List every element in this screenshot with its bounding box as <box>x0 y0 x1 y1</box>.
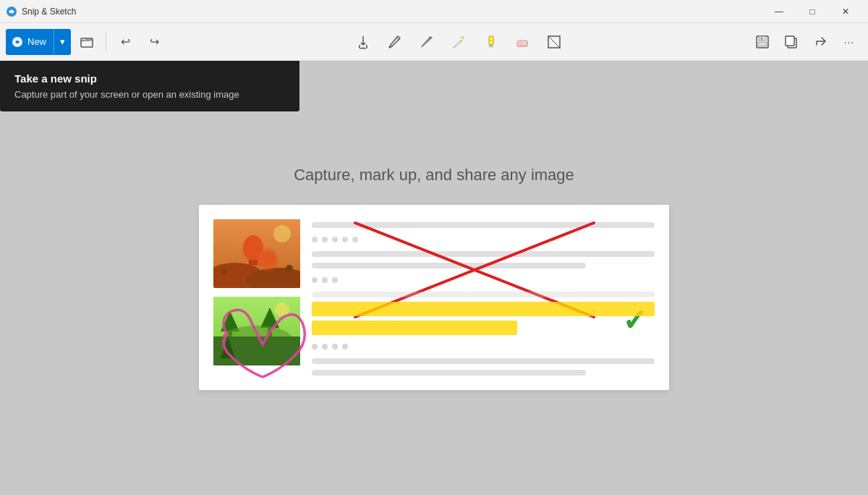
demo-dot <box>312 344 318 350</box>
tooltip-description: Capture part of your screen or open an e… <box>14 89 285 100</box>
highlight-area <box>312 292 655 335</box>
copy-button[interactable] <box>778 29 804 55</box>
copy-icon <box>784 35 799 49</box>
pencil-icon <box>451 35 466 49</box>
open-file-button[interactable] <box>74 29 100 55</box>
svg-rect-10 <box>761 37 762 40</box>
demo-dot <box>342 237 348 242</box>
demo-dot <box>332 277 338 283</box>
demo-dots-3 <box>312 344 655 350</box>
svg-rect-12 <box>786 36 794 46</box>
demo-dot <box>342 344 348 350</box>
close-button[interactable]: ✕ <box>829 0 862 23</box>
svg-rect-5 <box>517 41 522 46</box>
arrow-icon: ▾ <box>60 36 65 47</box>
demo-dots-1 <box>312 237 655 242</box>
demo-dots-2 <box>312 277 655 283</box>
folder-icon <box>80 35 93 48</box>
title-bar-controls: — □ ✕ <box>762 0 862 23</box>
demo-dot <box>322 277 328 283</box>
eraser-button[interactable] <box>509 29 535 55</box>
demo-content-area: ✓ <box>312 219 655 376</box>
tooltip-popup: Take a new snip Capture part of your scr… <box>0 61 299 111</box>
pencil-button[interactable] <box>446 29 472 55</box>
demo-dot <box>352 237 358 242</box>
demo-card-inner: ✓ <box>199 205 669 390</box>
highlighter-icon <box>483 35 498 49</box>
app-icon <box>6 6 17 17</box>
demo-line-4 <box>312 292 655 297</box>
toolbar-separator-1 <box>106 32 106 52</box>
demo-dot <box>322 344 328 350</box>
undo-icon: ↩ <box>121 35 130 48</box>
ruler-button[interactable] <box>541 29 567 55</box>
new-dropdown-arrow[interactable]: ▾ <box>54 29 71 55</box>
title-bar-left: Snip & Sketch <box>6 6 76 17</box>
share-icon <box>813 35 827 49</box>
save-button[interactable] <box>749 29 775 55</box>
new-label: New <box>27 36 46 47</box>
new-snip-icon <box>12 36 23 48</box>
demo-line-3 <box>312 263 586 268</box>
svg-point-22 <box>286 265 293 272</box>
main-content: Capture, mark up, and share any image <box>0 61 868 495</box>
yellow-highlight-2 <box>312 321 517 335</box>
yellow-highlight-1 <box>312 302 655 316</box>
demo-dot <box>312 277 318 283</box>
redo-button[interactable]: ↪ <box>141 29 167 55</box>
pen-icon <box>388 35 402 49</box>
svg-point-21 <box>221 268 227 274</box>
toolbar-left: New ▾ ↩ ↪ <box>6 29 167 55</box>
demo-line-6 <box>312 370 586 376</box>
demo-dot <box>312 237 318 242</box>
ballpoint-pen-button[interactable] <box>382 29 408 55</box>
svg-rect-9 <box>758 42 767 46</box>
touch-icon <box>356 35 370 49</box>
demo-card: ✓ <box>199 205 669 390</box>
redo-icon: ↪ <box>150 35 159 48</box>
toolbar: New ▾ ↩ ↪ <box>0 23 868 61</box>
title-bar: Snip & Sketch — □ ✕ <box>0 0 868 23</box>
balloon-scene-svg <box>213 219 300 288</box>
ruler-icon <box>547 35 561 49</box>
eraser-icon <box>515 35 529 49</box>
app-title: Snip & Sketch <box>22 7 76 17</box>
new-button[interactable]: New ▾ <box>6 29 71 55</box>
minimize-button[interactable]: — <box>762 0 796 23</box>
svg-point-16 <box>273 225 291 242</box>
demo-line-2 <box>312 251 655 257</box>
toolbar-center <box>170 29 746 55</box>
share-button[interactable] <box>807 29 833 55</box>
demo-image-1 <box>213 219 300 288</box>
touch-select-button[interactable] <box>350 29 376 55</box>
highlighter-button[interactable] <box>477 29 503 55</box>
svg-point-17 <box>243 235 263 261</box>
toolbar-right: ··· <box>749 29 862 55</box>
svg-line-20 <box>258 260 259 266</box>
more-button[interactable]: ··· <box>836 29 862 55</box>
demo-dot <box>322 237 328 242</box>
save-icon <box>755 35 770 49</box>
new-button-main[interactable]: New <box>6 29 54 55</box>
tooltip-title: Take a new snip <box>14 72 285 85</box>
demo-dot <box>332 344 338 350</box>
demo-line-5 <box>312 358 655 364</box>
calligraphy-pen-button[interactable] <box>414 29 440 55</box>
calligraphy-icon <box>420 35 434 49</box>
heart-drawing-svg <box>212 305 313 383</box>
maximize-button[interactable]: □ <box>796 0 829 23</box>
more-icon: ··· <box>844 36 855 48</box>
demo-line-1 <box>312 222 655 228</box>
demo-images <box>213 219 300 376</box>
undo-button[interactable]: ↩ <box>112 29 138 55</box>
demo-dot <box>332 237 338 242</box>
demo-lines <box>312 219 655 376</box>
main-heading: Capture, mark up, and share any image <box>294 166 574 185</box>
